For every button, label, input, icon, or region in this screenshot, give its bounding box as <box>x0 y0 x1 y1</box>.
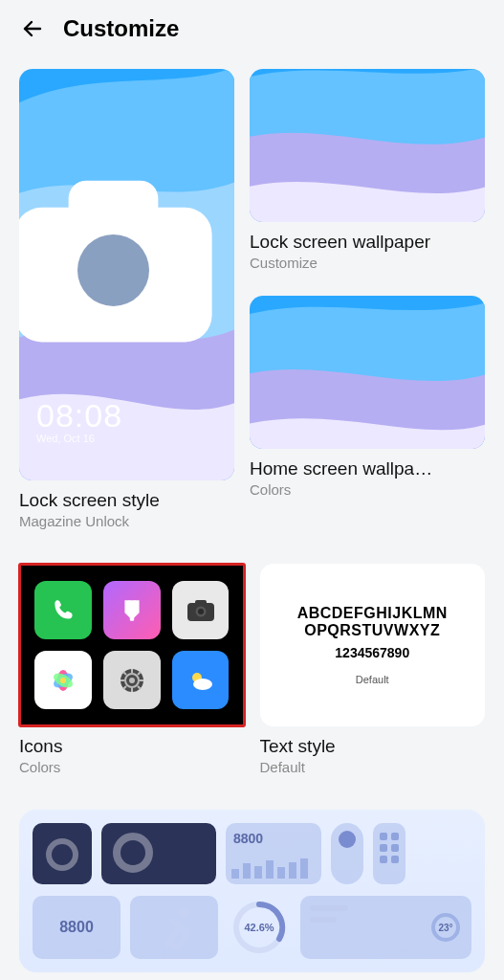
svg-rect-7 <box>127 600 136 612</box>
widget-square <box>373 823 405 884</box>
text-style-sub: Default <box>260 759 486 775</box>
themes-app-icon <box>103 581 161 639</box>
text-line2: OPQRSTUVWXYZ <box>304 622 440 639</box>
widgets-row2: 8800 42.6% 23° <box>33 896 471 959</box>
svg-rect-29 <box>380 833 387 840</box>
text-line1: ABCDEFGHIJKLMN <box>297 605 448 622</box>
svg-rect-28 <box>300 858 308 879</box>
widget-tile <box>33 823 92 884</box>
svg-rect-31 <box>380 844 387 852</box>
home-wallpaper-label: Home screen wallpa… <box>250 458 485 479</box>
header: Customize <box>0 0 504 50</box>
svg-rect-27 <box>289 862 296 879</box>
grid-icon <box>373 823 405 880</box>
phone-app-icon <box>34 581 92 639</box>
svg-rect-8 <box>130 612 134 621</box>
svg-rect-22 <box>231 869 239 879</box>
widget-tile: 8800 <box>226 823 321 884</box>
svg-rect-3 <box>69 181 159 226</box>
svg-rect-25 <box>266 860 274 879</box>
widgets-preview: 8800 8800 42.6% <box>19 810 485 972</box>
svg-point-35 <box>178 907 189 919</box>
widget-runner <box>130 896 218 959</box>
svg-rect-34 <box>391 856 399 863</box>
icons-label: Icons <box>19 736 245 757</box>
lock-screen-style-preview: 08:08 Wed, Oct 16 <box>19 69 234 480</box>
widgets-item[interactable]: 8800 8800 42.6% <box>19 810 485 972</box>
gallery-app-icon <box>34 651 92 709</box>
home-wallpaper-item[interactable]: Home screen wallpa… Colors <box>250 296 485 498</box>
text-style-label: Text style <box>260 736 486 757</box>
widget-pill <box>331 823 363 884</box>
back-button[interactable] <box>19 15 46 42</box>
svg-point-21 <box>193 679 212 690</box>
svg-rect-30 <box>391 833 399 840</box>
icons-item[interactable]: Icons Colors <box>19 564 245 775</box>
svg-point-4 <box>77 234 149 306</box>
widget-percent: 42.6% <box>228 896 291 959</box>
widgets-row1: 8800 <box>33 823 471 884</box>
wallpaper-swirl-icon <box>250 69 485 222</box>
svg-rect-24 <box>254 866 262 879</box>
icons-preview <box>19 564 245 726</box>
text-style-item[interactable]: ABCDEFGHIJKLMN OPQRSTUVWXYZ 1234567890 D… <box>260 564 486 775</box>
bars-icon <box>231 856 316 879</box>
home-wallpaper-sub: Colors <box>250 481 485 498</box>
svg-point-16 <box>60 678 66 683</box>
svg-point-12 <box>198 609 204 614</box>
weather-app-icon <box>172 651 230 709</box>
row-icons-text: Icons Colors ABCDEFGHIJKLMN OPQRSTUVWXYZ… <box>19 564 485 775</box>
row-previews: 08:08 Wed, Oct 16 Lock screen style Maga… <box>19 69 485 529</box>
camera-icon <box>19 69 221 467</box>
svg-rect-32 <box>391 844 399 852</box>
content: 08:08 Wed, Oct 16 Lock screen style Maga… <box>0 50 504 980</box>
lock-screen-style-label: Lock screen style <box>19 490 234 511</box>
back-arrow-icon <box>21 17 44 40</box>
settings-app-icon <box>103 651 161 709</box>
text-line4: Default <box>356 674 389 685</box>
runner-icon <box>130 896 218 955</box>
svg-rect-33 <box>380 856 387 863</box>
icons-sub: Colors <box>19 759 245 775</box>
widget-tile <box>101 823 216 884</box>
svg-rect-23 <box>243 863 251 879</box>
camera-app-icon <box>172 581 230 639</box>
right-column: Lock screen wallpaper Customize Home scr… <box>250 69 485 529</box>
lock-wallpaper-sub: Customize <box>250 255 485 271</box>
widget-weather: 23° <box>300 896 471 959</box>
widget-tile: 8800 <box>33 896 121 959</box>
lock-screen-style-sub: Magazine Unlock <box>19 513 234 529</box>
wallpaper-swirl-icon <box>250 296 485 449</box>
lock-screen-style-item[interactable]: 08:08 Wed, Oct 16 Lock screen style Maga… <box>19 69 234 529</box>
page-title: Customize <box>63 15 179 42</box>
lock-wallpaper-preview <box>250 69 485 222</box>
lock-wallpaper-item[interactable]: Lock screen wallpaper Customize <box>250 69 485 271</box>
text-style-preview: ABCDEFGHIJKLMN OPQRSTUVWXYZ 1234567890 D… <box>260 564 486 726</box>
svg-rect-10 <box>195 600 207 605</box>
svg-rect-26 <box>277 867 285 879</box>
svg-point-19 <box>129 678 135 683</box>
lock-wallpaper-label: Lock screen wallpaper <box>250 232 485 253</box>
home-wallpaper-preview <box>250 296 485 449</box>
text-line3: 1234567890 <box>335 645 409 660</box>
